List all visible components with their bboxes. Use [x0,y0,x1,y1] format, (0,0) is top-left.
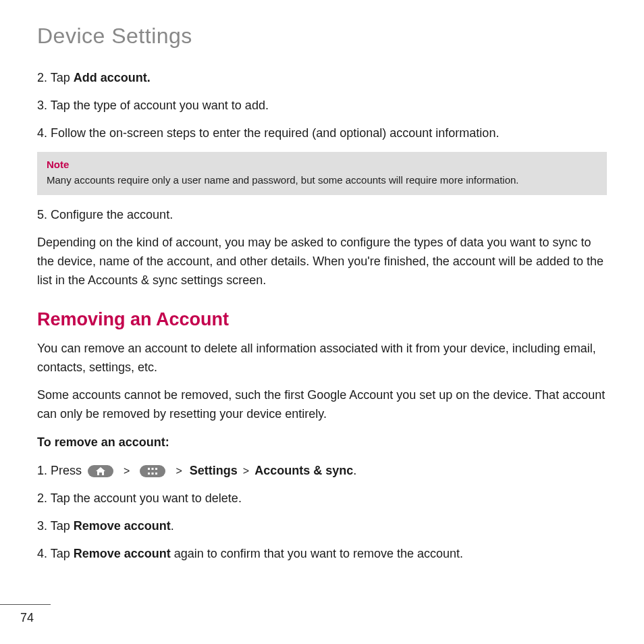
svg-rect-5 [155,473,157,475]
note-text: Many accounts require only a user name a… [47,173,597,187]
configure-paragraph: Depending on the kind of account, you ma… [37,234,607,290]
remove-step-3-bold: Remove account [74,519,171,533]
svg-rect-0 [148,468,150,470]
remove-step-2: 2. Tap the account you want to delete. [37,489,607,508]
note-box: Note Many accounts require only a user n… [37,152,607,195]
svg-rect-3 [148,473,150,475]
step-4: 4. Follow the on-screen steps to enter t… [37,124,607,142]
step-2-prefix: 2. Tap [37,71,74,84]
remove-step-4-rest: again to confirm that you want to remove… [171,547,463,560]
separator-2: > [176,465,182,477]
step-2-bold: Add account. [74,71,151,84]
removing-para2: Some accounts cannot be removed, such th… [37,386,607,424]
svg-rect-1 [152,468,154,470]
apps-key-icon [140,465,165,477]
settings-label: Settings [190,464,238,477]
step-5: 5. Configure the account. [37,206,607,224]
note-label: Note [47,159,597,170]
removing-para1: You can remove an account to delete all … [37,340,607,377]
remove-step-4: 4. Tap Remove account again to confirm t… [37,545,607,563]
separator-3: > [243,465,249,477]
remove-step-1: 1. Press > > Settings > Accounts & sync. [37,462,607,480]
remove-subhead: To remove an account: [37,433,607,452]
home-key-icon [88,465,113,477]
remove-step-1-period: . [353,464,356,477]
separator-1: > [124,465,130,477]
remove-step-3-prefix: 3. Tap [37,519,74,533]
remove-subhead-bold: To remove an account: [37,435,169,449]
accounts-sync-label: Accounts & sync [254,464,353,477]
svg-rect-2 [155,468,157,470]
remove-step-3: 3. Tap Remove account. [37,517,607,535]
document-page: Device Settings 2. Tap Add account. 3. T… [0,0,644,563]
step-2: 2. Tap Add account. [37,69,607,87]
svg-rect-4 [152,473,154,475]
step-3: 3. Tap the type of account you want to a… [37,97,607,115]
remove-step-1-prefix: 1. Press [37,464,85,477]
remove-step-3-period: . [171,519,174,533]
page-number: 74 [20,611,34,625]
page-title: Device Settings [37,24,607,49]
removing-heading: Removing an Account [37,309,607,330]
remove-step-4-prefix: 4. Tap [37,547,74,560]
remove-step-4-bold: Remove account [74,547,171,560]
